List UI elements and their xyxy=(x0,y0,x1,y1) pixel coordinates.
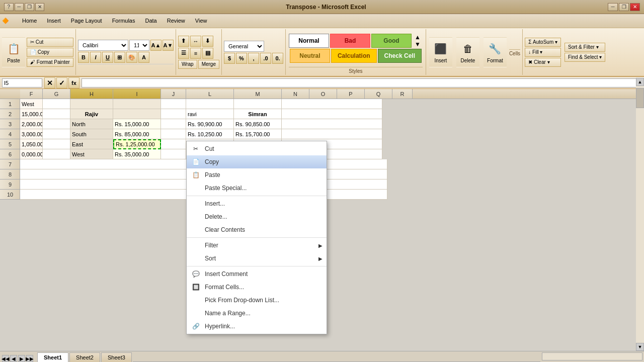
cell-J2[interactable] xyxy=(161,109,186,119)
clear-btn[interactable]: ✖ Clear ▾ xyxy=(525,58,561,67)
context-insert[interactable]: Insert... xyxy=(187,197,327,210)
cell-I2[interactable] xyxy=(113,109,161,119)
border-btn[interactable]: ⊞ xyxy=(114,52,125,63)
cell-H3-north[interactable]: North xyxy=(70,119,113,129)
sheet-tab-1[interactable]: Sheet1 xyxy=(37,352,68,362)
row-header-9[interactable]: 9 xyxy=(0,179,20,190)
merge-center-btn[interactable]: Merge xyxy=(198,60,219,69)
context-paste[interactable]: 📋 Paste xyxy=(187,168,327,182)
sheet-nav-prev[interactable]: ◀ xyxy=(10,355,17,362)
bold-btn[interactable]: B xyxy=(78,52,89,63)
font-color-btn[interactable]: A xyxy=(138,52,149,63)
col-header-J[interactable]: J xyxy=(161,89,186,99)
cut-btn[interactable]: ✂ Cut xyxy=(27,38,73,47)
align-middle-btn[interactable]: ↔ xyxy=(190,36,201,47)
tab-formulas[interactable]: Formulas xyxy=(107,16,140,27)
styles-scroll[interactable]: ▲▼ xyxy=(413,34,423,48)
col-header-Q[interactable]: Q xyxy=(365,89,392,99)
copy-btn[interactable]: 📄 Copy xyxy=(27,48,73,57)
cell-H1[interactable] xyxy=(70,99,113,109)
cell-M3[interactable]: Rs. 90,850.00 xyxy=(234,119,282,129)
row-header-6[interactable]: 6 xyxy=(0,149,20,159)
align-top-btn[interactable]: ⬆ xyxy=(178,36,189,47)
tab-page-layout[interactable]: Page Layout xyxy=(66,16,107,27)
tab-insert[interactable]: Insert xyxy=(42,16,66,27)
tab-review[interactable]: Review xyxy=(162,16,190,27)
office-button[interactable]: 🔶 xyxy=(2,18,9,24)
style-good[interactable]: Good xyxy=(371,34,412,48)
font-shrink-btn[interactable]: A▼ xyxy=(163,40,174,51)
align-center-btn[interactable]: ≡ xyxy=(190,48,201,59)
style-bad[interactable]: Bad xyxy=(330,34,370,48)
cell-F2[interactable]: 15,000.00 xyxy=(20,109,43,119)
currency-btn[interactable]: $ xyxy=(224,53,235,64)
confirm-formula-btn[interactable]: ✓ xyxy=(56,77,67,88)
cell-L4[interactable]: Rs. 10,250.00 xyxy=(186,129,234,139)
cell-J5[interactable] xyxy=(161,139,186,149)
context-filter[interactable]: Filter ▶ xyxy=(187,239,327,252)
restore-btn[interactable]: ❐ xyxy=(619,3,629,11)
context-insert-comment[interactable]: 💬 Insert Comment xyxy=(187,267,327,281)
increase-decimal-btn[interactable]: .0 xyxy=(260,53,271,64)
italic-btn[interactable]: I xyxy=(90,52,101,63)
col-header-H[interactable]: H xyxy=(70,89,113,99)
cell-rest3[interactable] xyxy=(282,119,382,129)
sheet-nav-first[interactable]: ◀◀ xyxy=(2,355,9,362)
cell-I4-rajiv-s[interactable]: Rs. 85,000.00 xyxy=(113,129,161,139)
minimize-btn-inner[interactable]: ─ xyxy=(15,3,24,11)
col-header-L[interactable]: L xyxy=(186,89,234,99)
insert-function-btn[interactable]: fx xyxy=(68,77,79,88)
context-name-range[interactable]: Name a Range... xyxy=(187,307,327,320)
cell-J3[interactable] xyxy=(161,119,186,129)
formula-input[interactable] xyxy=(82,78,642,87)
col-header-O[interactable]: O xyxy=(309,89,337,99)
cell-H5-east[interactable]: East xyxy=(70,139,113,149)
cell-M1[interactable] xyxy=(234,99,282,109)
context-format-cells[interactable]: 🔲 Format Cells... xyxy=(187,281,327,294)
col-header-P[interactable]: P xyxy=(337,89,365,99)
sheet-nav-next[interactable]: ▶ xyxy=(18,355,25,362)
scrollbar-down-btn[interactable]: ▼ xyxy=(636,343,644,351)
scrollbar-up-btn[interactable]: ▲ xyxy=(636,78,644,86)
cell-F3[interactable]: 2,000.00 xyxy=(20,119,43,129)
cell-H2-rajiv[interactable]: Rajiv xyxy=(70,109,113,119)
delete-cells-btn[interactable]: 🗑 Delete xyxy=(456,37,479,67)
align-right-btn[interactable]: ▤ xyxy=(202,48,213,59)
cell-F1[interactable]: West xyxy=(20,99,43,109)
cell-rest4[interactable] xyxy=(282,129,382,139)
context-cut[interactable]: ✂ Cut xyxy=(187,142,327,155)
cell-G3[interactable] xyxy=(43,119,70,129)
cell-rest2[interactable] xyxy=(282,109,382,119)
col-header-G[interactable]: G xyxy=(43,89,70,99)
number-format-select[interactable]: General xyxy=(224,41,264,52)
scrollbar-thumb[interactable] xyxy=(636,88,644,108)
col-header-F[interactable]: F xyxy=(20,89,43,99)
tab-view[interactable]: View xyxy=(190,16,212,27)
cell-G6[interactable] xyxy=(43,149,70,159)
context-hyperlink[interactable]: 🔗 Hyperlink... xyxy=(187,320,327,333)
name-box[interactable]: I5 xyxy=(2,78,42,87)
style-check-cell[interactable]: Check Cell xyxy=(378,49,422,63)
row-header-3[interactable]: 3 xyxy=(0,119,20,129)
cell-G4[interactable] xyxy=(43,129,70,139)
cell-G2[interactable] xyxy=(43,109,70,119)
format-cells-btn[interactable]: 🔧 Format xyxy=(484,37,507,67)
close-btn[interactable]: ✕ xyxy=(630,3,640,11)
row-header-2[interactable]: 2 xyxy=(0,109,20,119)
col-header-I[interactable]: I xyxy=(113,89,161,99)
context-delete[interactable]: Delete... xyxy=(187,210,327,223)
cell-G5[interactable] xyxy=(43,139,70,149)
cell-I5-selected[interactable]: Rs. 1,25,000.00 xyxy=(113,139,161,149)
find-select-btn[interactable]: Find & Select ▾ xyxy=(565,53,605,62)
cell-J1[interactable] xyxy=(161,99,186,109)
row-header-1[interactable]: 1 xyxy=(0,99,20,109)
comma-btn[interactable]: , xyxy=(248,53,259,64)
font-name-select[interactable]: Calibri xyxy=(78,40,128,51)
fill-color-btn[interactable]: 🎨 xyxy=(126,52,137,63)
tab-data[interactable]: Data xyxy=(140,16,162,27)
cell-J4[interactable] xyxy=(161,129,186,139)
cell-H4-south[interactable]: South xyxy=(70,129,113,139)
style-calculation[interactable]: Calculation xyxy=(331,49,377,63)
percent-btn[interactable]: % xyxy=(236,53,247,64)
context-sort[interactable]: Sort ▶ xyxy=(187,252,327,265)
